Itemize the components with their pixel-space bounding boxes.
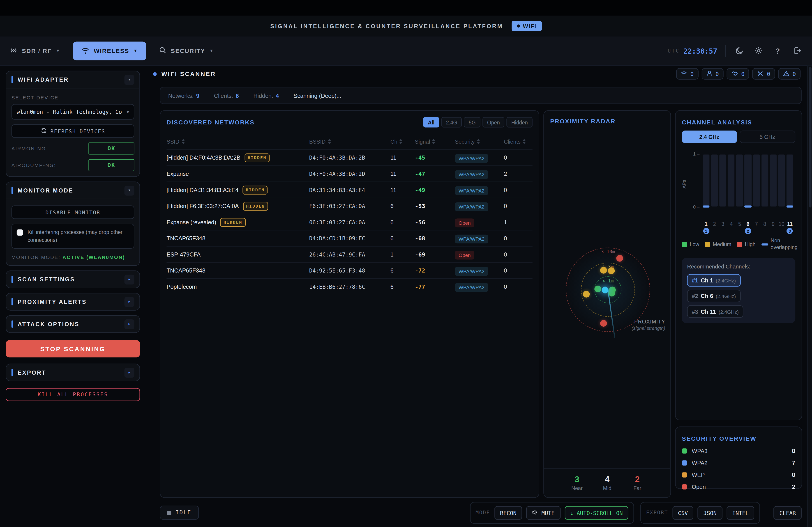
expand-toggle-icon[interactable]: ▸ bbox=[125, 367, 134, 377]
nav-security[interactable]: SECURITY ▼ bbox=[159, 46, 214, 55]
clear-button[interactable]: CLEAR bbox=[774, 506, 802, 520]
panel-monitor-mode-header[interactable]: MONITOR MODE ▾ bbox=[6, 182, 140, 199]
security-row-wpa3: WPA3 0 bbox=[682, 448, 795, 455]
wifi-count-badge[interactable]: 0 bbox=[677, 68, 698, 79]
panel-title: PROXIMITY ALERTS bbox=[18, 299, 119, 305]
refresh-devices-button[interactable]: REFRESH DEVICES bbox=[12, 124, 134, 138]
alerts-count-badge[interactable]: 0 bbox=[778, 68, 800, 79]
channel-bar-3 bbox=[720, 154, 726, 207]
export-csv-button[interactable]: CSV bbox=[672, 506, 694, 520]
clients-count-badge[interactable]: 0 bbox=[701, 68, 724, 79]
table-row[interactable]: ESP-479CFA 26:4C:AB:47:9C:FA 1 -69 Open … bbox=[166, 246, 532, 262]
column-header-signal[interactable]: Signal bbox=[415, 138, 455, 145]
expand-toggle-icon[interactable]: ▸ bbox=[125, 297, 134, 307]
channel-tick-3: 3 bbox=[720, 221, 726, 236]
cell-channel: 6 bbox=[390, 267, 415, 274]
scrollbar-thumb[interactable] bbox=[809, 67, 811, 208]
recommended-channel-3[interactable]: #3 Ch 11 (2.4GHz) bbox=[687, 305, 743, 318]
table-row[interactable]: [Hidden] F6:3E:03:27:CA:0AHIDDEN F6:3E:0… bbox=[166, 198, 532, 214]
kill-all-processes-button[interactable]: KILL ALL PROCESSES bbox=[6, 388, 140, 401]
tab-5ghz[interactable]: 5 GHz bbox=[739, 131, 795, 143]
legend-swatch bbox=[682, 242, 687, 247]
column-header-ssid[interactable]: SSID bbox=[166, 138, 309, 145]
column-header-ch[interactable]: Ch bbox=[390, 138, 415, 145]
column-header-clients[interactable]: Clients bbox=[504, 138, 533, 145]
panel-title: SCAN SETTINGS bbox=[18, 276, 119, 283]
cell-signal: -72 bbox=[415, 267, 455, 274]
handshake-count-badge[interactable]: 0 bbox=[727, 68, 749, 79]
moon-icon[interactable] bbox=[734, 45, 745, 57]
panel-wifi-adapter-header[interactable]: WIFI ADAPTER ▾ bbox=[6, 71, 140, 88]
table-row[interactable]: TNCAP65F348 D4:DA:CD:1B:09:FC 6 -68 WPA/… bbox=[166, 230, 532, 246]
logout-icon[interactable] bbox=[791, 45, 803, 57]
nav-security-label: SECURITY bbox=[171, 48, 205, 54]
expand-toggle-icon[interactable]: ▸ bbox=[125, 274, 134, 284]
airmon-label: AIRMON-NG: bbox=[12, 146, 48, 151]
panel-scan-settings: SCAN SETTINGS ▸ bbox=[6, 270, 140, 288]
collapse-toggle-icon[interactable]: ▾ bbox=[125, 185, 134, 195]
stop-scanning-button[interactable]: STOP SCANNING bbox=[6, 340, 140, 357]
panel-export-header[interactable]: EXPORT ▸ bbox=[6, 364, 140, 381]
cell-security: WPA/WPA2 bbox=[455, 185, 504, 195]
recommended-channel-2[interactable]: #2 Ch 6 (2.4GHz) bbox=[687, 290, 740, 302]
nav-sdr-rf[interactable]: SDR / RF ▼ bbox=[10, 46, 60, 56]
cell-ssid: TNCAP65F348 bbox=[166, 235, 309, 241]
networks-stat: Networks:9 bbox=[168, 92, 199, 99]
channel-tick-11: 113 bbox=[786, 221, 793, 236]
help-icon[interactable]: ? bbox=[772, 45, 783, 57]
band-filters: All 2.4G 5G Open Hidden bbox=[421, 117, 533, 127]
table-row[interactable]: Poptelecom 14:EB:B6:27:78:6C 6 -77 WPA/W… bbox=[166, 278, 532, 295]
export-intel-button[interactable]: INTEL bbox=[726, 506, 754, 520]
device-select[interactable]: wlan0mon - Ralink Technology, Co ▼ bbox=[12, 104, 134, 120]
legend-medium: Medium bbox=[705, 241, 731, 247]
table-header-row: SSID BSSID Ch Signal Security Clients bbox=[166, 133, 532, 149]
channel-bar-2 bbox=[711, 154, 718, 207]
column-header-security[interactable]: Security bbox=[455, 138, 504, 145]
utc-clock: 22:38:57 bbox=[683, 47, 717, 55]
panel-scan-settings-header[interactable]: SCAN SETTINGS ▸ bbox=[6, 271, 140, 288]
expand-toggle-icon[interactable]: ▸ bbox=[125, 319, 134, 329]
gear-icon[interactable] bbox=[753, 45, 764, 57]
filter-5g[interactable]: 5G bbox=[464, 117, 480, 127]
disable-monitor-button[interactable]: DISABLE MONITOR bbox=[12, 206, 134, 219]
cell-signal: -77 bbox=[415, 283, 455, 290]
color-swatch bbox=[682, 448, 687, 453]
panel-attack-options-header[interactable]: ATTACK OPTIONS ▸ bbox=[6, 316, 140, 332]
export-json-button[interactable]: JSON bbox=[698, 506, 722, 520]
accent-bar bbox=[12, 76, 13, 83]
cell-bssid: DA:31:34:83:A3:E4 bbox=[309, 187, 390, 193]
table-row[interactable]: [Hidden] DA:31:34:83:A3:E4HIDDEN DA:31:3… bbox=[166, 181, 532, 198]
panel-proximity-alerts: PROXIMITY ALERTS ▸ bbox=[6, 293, 140, 311]
cell-security: WPA/WPA2 bbox=[455, 266, 504, 275]
filter-2-4g[interactable]: 2.4G bbox=[441, 117, 462, 127]
table-row[interactable]: Expanse (revealed)HIDDEN 06:3E:03:27:CA:… bbox=[166, 214, 532, 230]
table-row[interactable]: [Hidden] D4:F0:4A:3B:DA:2BHIDDEN D4:F0:4… bbox=[166, 149, 532, 165]
filter-open[interactable]: Open bbox=[482, 117, 505, 127]
kill-processes-checkbox[interactable] bbox=[17, 229, 23, 236]
legend-low: Low bbox=[682, 241, 699, 247]
panel-title: WIFI ADAPTER bbox=[18, 76, 119, 83]
recommended-channels-title: Recommended Channels: bbox=[687, 263, 790, 270]
scrollbar[interactable] bbox=[807, 65, 812, 527]
cell-clients: 0 bbox=[504, 267, 533, 274]
mode-recon-button[interactable]: RECON bbox=[494, 506, 522, 520]
security-badge: Open bbox=[455, 218, 474, 227]
collapse-toggle-icon[interactable]: ▾ bbox=[125, 75, 134, 85]
monitor-status-value: ACTIVE (WLAN0MON) bbox=[62, 254, 125, 260]
recommended-channel-1[interactable]: #1 Ch 1 (2.4GHz) bbox=[687, 274, 740, 286]
column-header-bssid[interactable]: BSSID bbox=[309, 138, 390, 145]
nav-wireless[interactable]: WIRELESS ▼ bbox=[73, 41, 146, 60]
airodump-label: AIRODUMP-NG: bbox=[12, 162, 56, 168]
table-row[interactable]: Expanse D4:F0:4A:3B:DA:2D 11 -47 WPA/WPA… bbox=[166, 165, 532, 182]
autoscroll-button[interactable]: ↓ AUTO-SCROLL ON bbox=[565, 506, 628, 520]
filter-all[interactable]: All bbox=[423, 117, 439, 127]
deauth-count-badge[interactable]: 0 bbox=[752, 68, 775, 79]
recommended-rank-badge: 3 bbox=[787, 228, 793, 234]
tab-2-4ghz[interactable]: 2.4 GHz bbox=[682, 131, 737, 143]
filter-hidden[interactable]: Hidden bbox=[507, 117, 533, 127]
kill-processes-option[interactable]: Kill interfering processes (may drop oth… bbox=[12, 224, 134, 249]
cell-security: Open bbox=[455, 217, 504, 227]
table-row[interactable]: TNCAP65F348 D4:92:5E:65:F3:48 6 -72 WPA/… bbox=[166, 262, 532, 278]
panel-proximity-alerts-header[interactable]: PROXIMITY ALERTS ▸ bbox=[6, 293, 140, 310]
mute-button[interactable]: MUTE bbox=[526, 506, 561, 520]
